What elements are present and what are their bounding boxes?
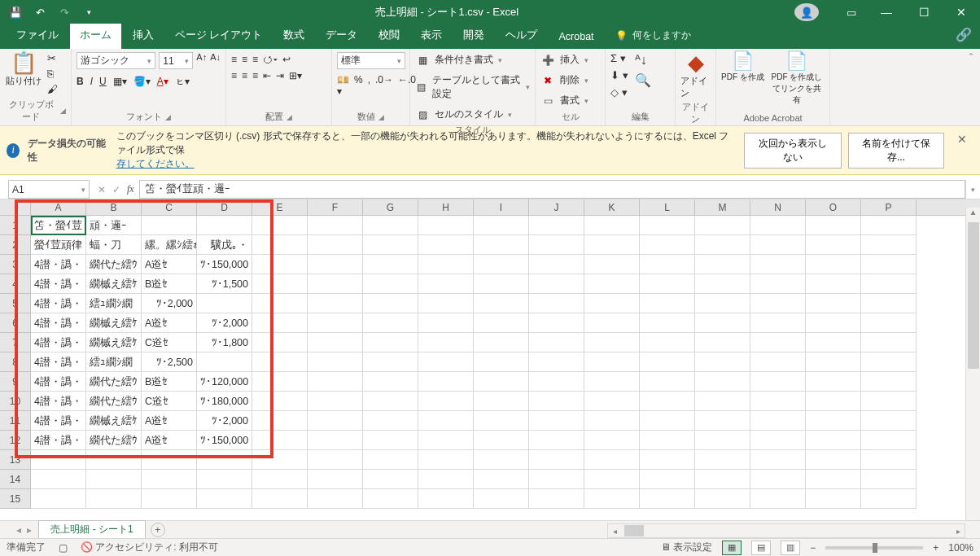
cell[interactable] [474,313,529,333]
increase-decimal-icon[interactable]: .0→ [375,74,393,97]
column-header[interactable]: G [363,199,418,215]
cell[interactable] [806,411,861,431]
row-header[interactable]: 2 [0,235,31,255]
cell[interactable]: 繝代た繧ｳ [86,392,142,411]
cell[interactable] [308,216,363,235]
cell[interactable] [252,489,308,509]
cell[interactable] [750,372,806,392]
cell[interactable]: 繝槭え繧ｹ [86,411,142,431]
wrap-text-icon[interactable]: ↩ [282,54,291,65]
cell[interactable] [584,489,640,509]
cell[interactable] [418,352,474,372]
cell[interactable] [529,431,584,450]
cell[interactable] [31,470,86,489]
cell[interactable] [363,274,418,294]
cell[interactable] [252,216,308,235]
cell[interactable]: ﾂ･150,000 [197,431,252,450]
cell[interactable] [86,470,142,489]
copy-icon[interactable]: ⎘ [47,68,58,80]
macro-record-icon[interactable]: ▢ [59,542,68,554]
cell[interactable]: 縲。縲ｼ繧ｫ [142,235,197,255]
cell[interactable] [197,470,252,489]
zoom-in-icon[interactable]: + [933,542,938,554]
cell[interactable] [418,255,474,274]
cell[interactable] [695,294,750,313]
cell[interactable] [750,470,806,489]
cell[interactable] [695,313,750,333]
cell[interactable] [474,470,529,489]
cell[interactable] [86,489,142,509]
cell[interactable] [418,294,474,313]
cell[interactable]: 4譛・譌・ [31,352,86,372]
cell[interactable]: 4譛・譌・ [31,372,86,392]
cell[interactable] [418,392,474,411]
column-header[interactable]: H [418,199,474,215]
cell[interactable] [142,216,197,235]
cell[interactable] [418,489,474,509]
cell[interactable] [418,274,474,294]
row-header[interactable]: 9 [0,372,31,392]
cell[interactable] [695,274,750,294]
cell[interactable]: 繧ｭ繝ｼ繝 [86,294,142,313]
zoom-slider[interactable] [825,546,923,549]
cell[interactable] [474,274,529,294]
cell[interactable] [640,431,695,450]
cell[interactable] [750,294,806,313]
column-header[interactable]: O [806,199,861,215]
cell[interactable] [806,274,861,294]
cell[interactable] [529,372,584,392]
minimize-button[interactable]: — [868,0,905,24]
cell[interactable] [695,255,750,274]
cell[interactable]: 螢ｲ荳頑律 [31,235,86,255]
column-header[interactable]: B [86,199,142,215]
align-top-icon[interactable]: ≡ [231,54,237,65]
cell[interactable] [584,470,640,489]
cell[interactable] [750,216,806,235]
cell[interactable] [31,489,86,509]
cell[interactable] [695,372,750,392]
cell[interactable] [806,255,861,274]
cell[interactable] [418,333,474,352]
cell[interactable] [806,235,861,255]
cell[interactable] [363,470,418,489]
bold-icon[interactable]: B [77,76,84,87]
tab-developer[interactable]: 開発 [453,24,494,49]
cell[interactable] [529,450,584,470]
cell[interactable] [363,392,418,411]
cell[interactable] [861,333,917,352]
cell[interactable] [363,255,418,274]
cell[interactable] [363,235,418,255]
cell[interactable] [529,411,584,431]
row-header[interactable]: 6 [0,313,31,333]
formula-input[interactable]: 笘・螢ｲ荳頑・邏ｰ [139,180,965,199]
cell[interactable] [363,450,418,470]
cell[interactable] [584,235,640,255]
cell[interactable]: A逧ｾ [142,411,197,431]
cell[interactable] [308,489,363,509]
column-header[interactable]: J [529,199,584,215]
cell[interactable] [252,235,308,255]
zoom-out-icon[interactable]: − [810,542,816,554]
cell[interactable]: ﾂ･150,000 [197,255,252,274]
cell[interactable] [252,372,308,392]
cell[interactable] [695,392,750,411]
indent-dec-icon[interactable]: ⇤ [263,70,271,81]
cell[interactable] [529,489,584,509]
pdf-create-button[interactable]: 📄 PDF を作成 [721,52,764,83]
save-as-button[interactable]: 名前を付けて保存... [848,133,944,169]
cell[interactable]: 4譛・譌・ [31,274,86,294]
cell[interactable] [308,450,363,470]
ribbon-options-icon[interactable]: ▭ [835,2,868,23]
cell[interactable] [142,470,197,489]
cell[interactable]: 驥戊｡・ [197,235,252,255]
cell[interactable] [529,392,584,411]
cell[interactable] [474,411,529,431]
cell[interactable] [695,333,750,352]
cell-styles-button[interactable]: ▨セルのスタイル▾ [415,107,512,122]
cell[interactable] [529,216,584,235]
cell[interactable] [197,216,252,235]
cell[interactable] [861,313,917,333]
tab-acrobat[interactable]: Acrobat [549,26,603,49]
cell[interactable] [308,372,363,392]
cell[interactable] [529,294,584,313]
